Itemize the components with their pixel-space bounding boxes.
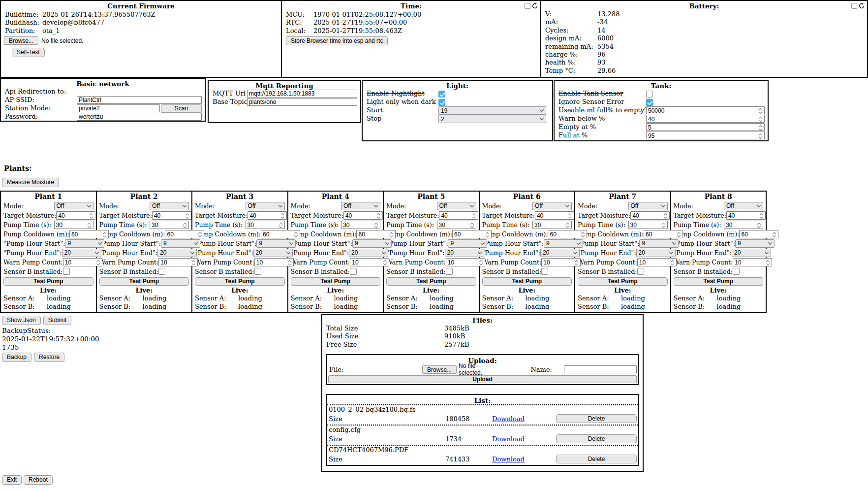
- tank-warn-input[interactable]: [647, 116, 764, 123]
- spinner-buttons[interactable]: [102, 231, 108, 237]
- spinner-buttons[interactable]: [471, 212, 477, 219]
- spinner-buttons[interactable]: [772, 231, 777, 237]
- test-pump-button[interactable]: Test Pump: [3, 277, 93, 286]
- spinner-buttons[interactable]: [293, 231, 299, 237]
- spinner-buttons[interactable]: [478, 259, 484, 265]
- spinner-buttons[interactable]: [191, 259, 197, 265]
- pump-hour-end-select[interactable]: 20: [349, 249, 388, 257]
- spinner-buttons[interactable]: [197, 231, 203, 237]
- spinner-buttons[interactable]: [389, 231, 395, 237]
- store-browser-time-button[interactable]: Store Browser time into esp and rtc: [286, 36, 388, 45]
- pump-hour-start-select[interactable]: 9: [544, 239, 583, 248]
- station-mode-input[interactable]: [77, 104, 160, 112]
- spinner-buttons[interactable]: [580, 231, 586, 237]
- mode-select[interactable]: Off: [437, 202, 476, 210]
- spinner-buttons[interactable]: [95, 259, 101, 265]
- test-pump-button[interactable]: Test Pump: [386, 277, 476, 286]
- pump-hour-end-select[interactable]: 20: [253, 249, 293, 257]
- test-pump-button[interactable]: Test Pump: [195, 277, 285, 286]
- spinner-buttons[interactable]: [185, 212, 190, 219]
- spinner-buttons[interactable]: [287, 259, 293, 265]
- sensor-b-checkbox[interactable]: [350, 268, 357, 275]
- sensor-b-checkbox[interactable]: [63, 268, 70, 275]
- mqtt-url-input[interactable]: [247, 90, 357, 98]
- pump-hour-start-select[interactable]: 9: [352, 239, 392, 248]
- tank-useable-input[interactable]: [647, 107, 764, 114]
- spinner-buttons[interactable]: [765, 259, 771, 265]
- mode-select[interactable]: Off: [246, 202, 285, 210]
- test-pump-button[interactable]: Test Pump: [578, 277, 668, 286]
- spinner-buttons[interactable]: [758, 116, 764, 122]
- spinner-buttons[interactable]: [758, 124, 764, 130]
- pump-hour-start-select[interactable]: 9: [448, 239, 487, 248]
- pump-hour-end-select[interactable]: 20: [445, 249, 484, 257]
- delete-button[interactable]: Delete: [556, 434, 637, 443]
- spinner-buttons[interactable]: [376, 212, 382, 219]
- spinner-buttons[interactable]: [469, 222, 475, 228]
- test-pump-button[interactable]: Test Pump: [482, 277, 572, 286]
- spinner-buttons[interactable]: [278, 222, 284, 228]
- spinner-buttons[interactable]: [182, 222, 188, 228]
- battery-auto-refresh-checkbox[interactable]: [851, 3, 857, 9]
- pump-hour-end-select[interactable]: 20: [540, 249, 580, 257]
- sensor-b-checkbox[interactable]: [637, 268, 644, 275]
- ignore-sensor-error-checkbox[interactable]: [646, 99, 653, 106]
- spinner-buttons[interactable]: [758, 132, 764, 138]
- pump-hour-end-select[interactable]: 20: [636, 249, 676, 257]
- restore-button[interactable]: Restore: [34, 353, 64, 362]
- pump-hour-end-select[interactable]: 20: [157, 249, 197, 257]
- download-link[interactable]: Download: [492, 456, 525, 463]
- spinner-buttons[interactable]: [280, 212, 286, 219]
- spinner-buttons[interactable]: [89, 212, 94, 219]
- mode-select[interactable]: Off: [532, 202, 572, 210]
- self-test-button[interactable]: Self-Test: [12, 48, 45, 57]
- time-auto-refresh-checkbox[interactable]: [525, 3, 530, 9]
- spinner-buttons[interactable]: [759, 212, 765, 219]
- light-start-select[interactable]: 19: [438, 106, 546, 115]
- show-json-button[interactable]: Show Json: [2, 316, 41, 325]
- sensor-b-checkbox[interactable]: [446, 268, 453, 275]
- mode-select[interactable]: Off: [724, 202, 763, 210]
- enable-nightlight-checkbox[interactable]: [438, 91, 445, 98]
- test-pump-button[interactable]: Test Pump: [291, 277, 381, 286]
- spinner-buttons[interactable]: [661, 222, 667, 228]
- ap-ssid-input[interactable]: [77, 96, 202, 104]
- spinner-buttons[interactable]: [676, 231, 682, 237]
- sensor-b-checkbox[interactable]: [733, 268, 740, 275]
- pump-hour-end-select[interactable]: 20: [732, 249, 771, 257]
- spinner-buttons[interactable]: [574, 259, 580, 265]
- pump-hour-start-select[interactable]: 9: [735, 239, 775, 248]
- spinner-buttons[interactable]: [567, 212, 573, 219]
- mode-select[interactable]: Off: [341, 202, 380, 210]
- pump-hour-start-select[interactable]: 9: [65, 239, 104, 248]
- light-only-dark-checkbox[interactable]: [438, 99, 445, 106]
- enable-tank-sensor-checkbox[interactable]: [646, 91, 653, 98]
- spinner-buttons[interactable]: [382, 259, 388, 265]
- pump-hour-start-select[interactable]: 9: [161, 239, 200, 248]
- pump-hour-start-select[interactable]: 9: [639, 239, 679, 248]
- upload-name-input[interactable]: [564, 365, 637, 373]
- spinner-buttons[interactable]: [663, 212, 669, 219]
- refresh-icon[interactable]: [859, 3, 865, 9]
- spinner-buttons[interactable]: [565, 222, 571, 228]
- spinner-buttons[interactable]: [756, 222, 762, 228]
- tank-empty-input[interactable]: [647, 124, 764, 131]
- test-pump-button[interactable]: Test Pump: [674, 277, 764, 286]
- light-stop-select[interactable]: 2: [438, 115, 546, 123]
- download-link[interactable]: Download: [492, 435, 525, 443]
- backup-button[interactable]: Backup: [2, 353, 31, 362]
- spinner-buttons[interactable]: [670, 259, 676, 265]
- scan-button[interactable]: Scan: [161, 104, 202, 113]
- mqtt-topic-input[interactable]: [247, 98, 357, 106]
- tank-full-input[interactable]: [647, 132, 764, 139]
- exit-button[interactable]: Exit: [2, 475, 22, 485]
- download-link[interactable]: Download: [492, 415, 525, 423]
- password-input[interactable]: [77, 113, 202, 121]
- sensor-b-checkbox[interactable]: [254, 268, 261, 275]
- pump-hour-end-select[interactable]: 20: [62, 249, 101, 257]
- refresh-icon[interactable]: [532, 3, 538, 9]
- spinner-buttons[interactable]: [87, 222, 93, 228]
- delete-button[interactable]: Delete: [556, 414, 637, 423]
- sensor-b-checkbox[interactable]: [541, 268, 548, 275]
- mode-select[interactable]: Off: [54, 202, 93, 210]
